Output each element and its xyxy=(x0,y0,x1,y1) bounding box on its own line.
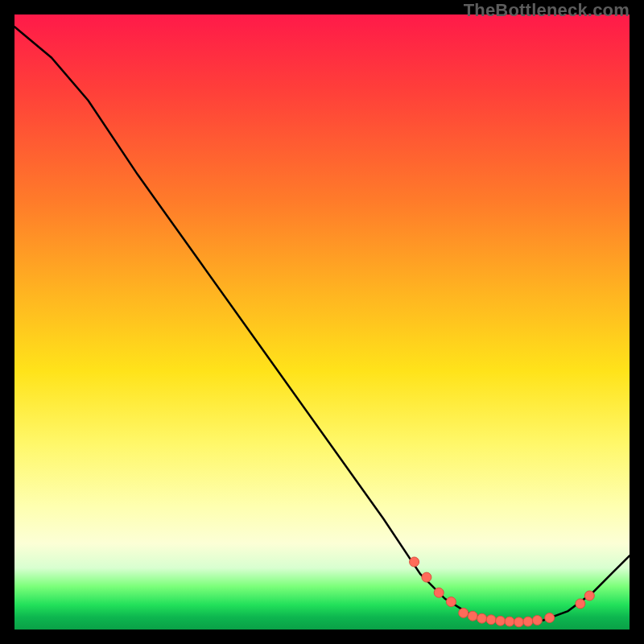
curve-marker xyxy=(532,616,542,625)
curve-marker xyxy=(410,557,419,567)
curve-layer xyxy=(14,14,630,630)
curve-marker xyxy=(434,588,444,597)
curve-marker xyxy=(468,611,477,621)
bottleneck-chart: TheBottleneck.com xyxy=(0,0,644,644)
curve-marker xyxy=(514,617,524,627)
curve-marker xyxy=(486,615,496,625)
curve-marker xyxy=(505,617,514,626)
curve-marker xyxy=(545,613,555,623)
curve-marker xyxy=(459,608,469,617)
bottleneck-curve xyxy=(14,27,630,622)
curve-marker xyxy=(422,572,431,582)
curve-marker xyxy=(584,591,594,601)
curve-marker xyxy=(496,616,506,625)
curve-marker xyxy=(523,617,533,626)
curve-marker xyxy=(576,599,585,609)
curve-marker xyxy=(446,597,456,607)
curve-marker-group xyxy=(410,557,595,627)
curve-marker xyxy=(477,613,487,623)
